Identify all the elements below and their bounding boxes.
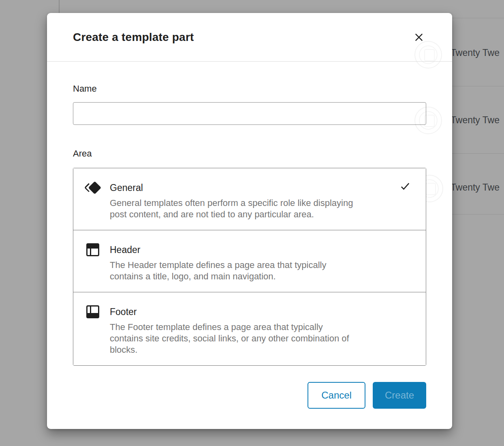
option-description: General templates often perform a specif… [110, 197, 353, 220]
close-icon [414, 32, 424, 43]
check-icon [398, 180, 412, 193]
create-button[interactable]: Create [373, 382, 426, 409]
modal-title: Create a template part [73, 31, 194, 44]
area-options-group: General General templates often perform … [73, 168, 426, 366]
modal-header: Create a template part [47, 13, 452, 62]
template-row-title: Twenty Twe [451, 182, 500, 193]
modal-actions: Cancel Create [73, 382, 426, 409]
option-label: Header [110, 243, 326, 256]
ghost-watermark [414, 107, 442, 134]
sidebar-divider [59, 0, 60, 15]
symbol-filled-icon [83, 178, 103, 197]
footer-icon [83, 302, 103, 322]
create-template-part-modal: Create a template part Name Area General [47, 13, 452, 429]
option-description: The Header template defines a page area … [110, 259, 326, 282]
area-option-general[interactable]: General General templates often perform … [73, 168, 426, 230]
name-field-label: Name [73, 84, 426, 94]
name-input[interactable] [73, 102, 426, 125]
cancel-button[interactable]: Cancel [308, 382, 365, 409]
modal-body: Name Area General General templates ofte… [47, 62, 452, 409]
area-option-header[interactable]: Header The Header template defines a pag… [73, 230, 426, 292]
option-label: Footer [110, 305, 349, 318]
close-button[interactable] [409, 28, 429, 47]
option-description: The Footer template defines a page area … [110, 322, 349, 356]
option-label: General [110, 181, 353, 194]
header-icon [83, 240, 103, 259]
template-row-title: Twenty Twe [451, 47, 500, 58]
screen: Twenty Twe Twenty Twe Twenty Twe Create … [0, 0, 504, 446]
area-field-label: Area [73, 148, 426, 159]
template-row-title: Twenty Twe [451, 115, 500, 126]
area-option-footer[interactable]: Footer The Footer template defines a pag… [73, 292, 426, 365]
